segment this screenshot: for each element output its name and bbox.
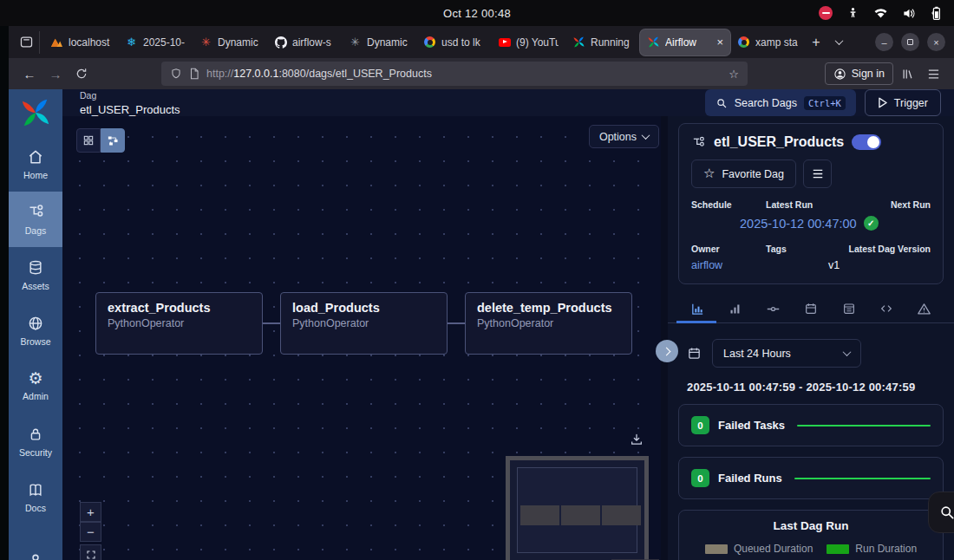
run-duration-label: Run Duration [855,543,917,555]
schedule-label: Schedule [691,199,766,210]
graph-view-button[interactable] [101,128,125,153]
next-run-label: Next Run [828,199,931,210]
grid-view-button[interactable] [76,128,101,153]
minimize-button[interactable]: – [875,33,893,51]
dag-menu-button[interactable] [803,160,832,188]
options-dropdown[interactable]: Options [589,125,659,148]
search-fab-button[interactable] [928,492,954,533]
tab-github[interactable]: airflow-s [267,29,342,55]
owner-value[interactable]: airflow [691,259,766,271]
tab-close-icon[interactable]: × [716,36,723,49]
fit-view-button[interactable] [80,544,101,560]
zoom-in-button[interactable]: + [80,502,101,522]
favorite-dag-button[interactable]: ☆ Favorite Dag [691,160,796,188]
sidebar-item-home[interactable]: Home [9,136,62,192]
tab-overview-chart[interactable] [682,295,713,322]
tab-backfills[interactable] [795,295,827,322]
new-tab-button[interactable]: + [805,31,827,54]
system-tray[interactable] [819,0,942,26]
search-dags-button[interactable]: Search Dags Ctrl+K [705,89,856,116]
chevron-down-icon [642,131,650,140]
sidebar-item-dags[interactable]: Dags [9,192,62,247]
sidebar-item-docs[interactable]: Docs [9,469,62,524]
user-icon[interactable] [9,551,62,560]
restore-button[interactable] [901,33,919,51]
tab-google-usd[interactable]: usd to lk [416,29,491,55]
zoom-controls: + − [80,502,101,560]
play-icon [878,97,888,108]
tab-dynamic-grey[interactable]: ✳ Dynamic [342,29,416,55]
edge-load-delete [448,322,465,324]
tab-runs[interactable] [720,295,751,322]
back-button[interactable]: ← [17,62,42,85]
wifi-icon [873,7,888,19]
volume-icon [902,7,917,20]
reload-button[interactable] [69,62,94,85]
dags-branch-icon [27,203,45,221]
download-graph-button[interactable] [630,433,644,450]
bookmark-star-icon[interactable]: ☆ [729,68,739,80]
lock-icon [27,426,44,443]
asterisk-red-icon: ✳ [199,36,212,49]
sign-in-button[interactable]: Sign in [825,62,893,85]
close-button[interactable]: × [927,33,945,51]
tab-warnings[interactable] [909,295,940,322]
sidebar-item-security[interactable]: Security [9,413,62,469]
dag-details-panel: etl_USER_Products ☆ Favorite Dag [668,116,954,560]
system-clock[interactable]: Oct 12 00:48 [443,7,511,20]
failed-tasks-card: 0 Failed Tasks [678,404,944,446]
dag-enabled-toggle[interactable] [852,134,881,150]
task-node-load[interactable]: load_Products PythonOperator [280,292,448,355]
dag-summary-card: etl_USER_Products ☆ Favorite Dag [678,123,944,284]
library-icon[interactable] [895,62,919,85]
do-not-disturb-icon [819,6,833,20]
url-text[interactable]: http://127.0.0.1:8080/dags/etl_USER_Prod… [206,68,722,80]
owner-label: Owner [691,244,766,254]
tab-localhost[interactable]: localhost [43,29,118,55]
tab-tasks[interactable] [757,295,788,322]
tab-code[interactable] [871,295,902,322]
tab-airflow-running[interactable]: Running [565,29,640,55]
shield-icon[interactable] [170,68,182,80]
system-top-bar: Oct 12 00:48 [0,0,954,26]
google-icon [423,36,436,49]
sidebar-item-assets[interactable]: Assets [9,247,62,303]
tags-label: Tags [766,244,828,254]
tab-dynamic-red[interactable]: ✳ Dynamic [193,29,267,55]
asterisk-grey-icon: ✳ [349,36,362,49]
sidebar-item-browse[interactable]: Browse [9,303,62,358]
task-node-extract[interactable]: extract_Products PythonOperator [95,292,263,355]
keyboard-shortcut-badge: Ctrl+K [804,96,846,110]
tab-snowflake[interactable]: ❄ 2025-10- [118,29,193,55]
latest-run-timestamp[interactable]: 2025-10-12 00:47:00 [740,217,857,231]
tab-airflow-active[interactable]: Airflow × [640,29,730,55]
time-range-dropdown[interactable]: Last 24 Hours [712,339,861,368]
airflow-logo[interactable] [19,89,52,136]
airflow-sidebar: Home Dags Assets Browse ⚙ Admin [9,89,62,560]
list-all-tabs-button[interactable] [827,31,850,54]
url-bar[interactable]: http://127.0.0.1:8080/dags/etl_USER_Prod… [161,62,748,86]
tab-events[interactable] [833,295,865,322]
forward-button[interactable]: → [43,62,68,85]
minimap[interactable] [506,456,649,560]
trigger-button[interactable]: Trigger [865,89,941,116]
tab-overview-button[interactable] [14,31,40,54]
task-node-delete[interactable]: delete_temp_Products PythonOperator [465,292,632,355]
last-dag-run-card: Last Dag Run Queued Duration Run Duratio… [678,510,944,560]
zoom-out-button[interactable]: − [80,522,101,542]
tab-google-xamp[interactable]: xamp sta [730,29,805,55]
menu-hamburger-icon[interactable] [921,62,945,85]
tab-youtube[interactable]: (9) YouTu [491,29,565,55]
dag-graph-canvas[interactable]: Options extract_Products PythonOperator … [62,116,661,560]
airflow-pinwheel-icon [572,36,585,49]
latest-run-label: Latest Run [766,199,828,210]
collapse-panel-button[interactable] [656,340,678,362]
failed-tasks-label: Failed Tasks [718,419,785,432]
page-icon[interactable] [189,68,199,80]
home-icon [27,148,44,166]
accessibility-person-icon [846,6,859,20]
sidebar-item-admin[interactable]: ⚙ Admin [9,358,62,413]
view-toggle-group [76,128,125,153]
run-duration-swatch [827,544,849,554]
failed-tasks-count-badge: 0 [691,416,709,434]
